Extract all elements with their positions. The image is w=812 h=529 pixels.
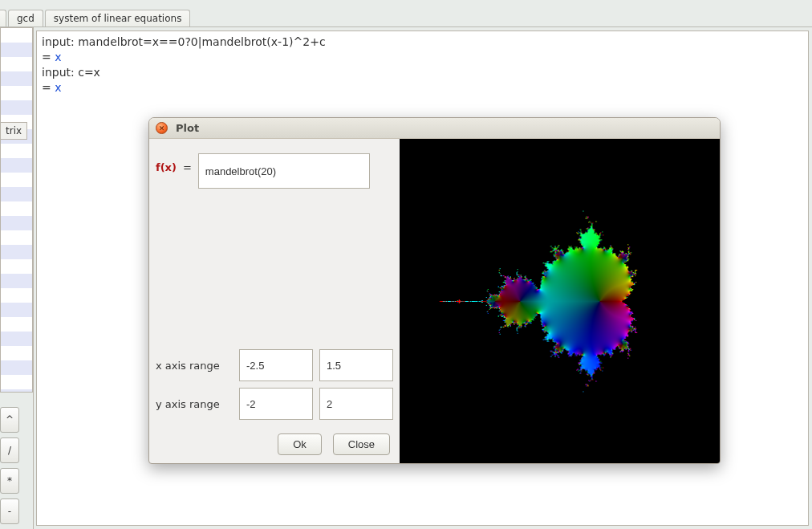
x-min-input[interactable]: [239, 349, 313, 381]
op-multiply-button[interactable]: *: [0, 468, 19, 494]
ws-result-2: x: [55, 81, 61, 94]
x-range-label: x axis range: [156, 360, 233, 372]
tab-system-linear[interactable]: system of linear equations: [45, 10, 191, 26]
op-caret-button[interactable]: ^: [0, 407, 19, 433]
close-icon[interactable]: ✕: [156, 122, 168, 134]
function-input[interactable]: [198, 153, 370, 189]
ws-output-2: = x: [42, 80, 803, 96]
x-max-input[interactable]: [319, 349, 393, 381]
y-max-input[interactable]: [319, 388, 393, 420]
side-palette: trix ^ / * -: [0, 27, 34, 529]
plot-dialog: ✕ Plot f(x) = x axis range y axis range: [148, 117, 721, 464]
equals-label: =: [183, 161, 192, 173]
dialog-title: Plot: [176, 122, 199, 134]
op-minus-button[interactable]: -: [0, 498, 19, 524]
close-button[interactable]: Close: [333, 433, 390, 455]
ws-output-1: = x: [42, 50, 803, 65]
palette-list[interactable]: [0, 27, 33, 393]
ok-button[interactable]: Ok: [278, 433, 322, 455]
dialog-titlebar[interactable]: ✕ Plot: [149, 118, 720, 139]
plot-canvas[interactable]: [400, 139, 720, 463]
palette-category-label[interactable]: trix: [0, 122, 27, 140]
ws-result-1: x: [55, 51, 61, 63]
tab-gcd[interactable]: gcd: [8, 10, 43, 26]
y-min-input[interactable]: [239, 388, 313, 420]
op-divide-button[interactable]: /: [0, 437, 19, 463]
operator-buttons: ^ / * -: [0, 402, 34, 529]
ws-input-1: input: mandelbrot=x==0?0|mandelbrot(x-1)…: [42, 35, 803, 50]
fx-label: f(x): [156, 161, 177, 173]
y-range-label: y axis range: [156, 398, 233, 410]
tabs-bar: gcd system of linear equations: [0, 10, 812, 27]
ws-input-2: input: c=x: [42, 65, 803, 80]
plot-controls-pane: f(x) = x axis range y axis range Ok C: [149, 139, 400, 463]
tab-partial[interactable]: [0, 10, 6, 26]
